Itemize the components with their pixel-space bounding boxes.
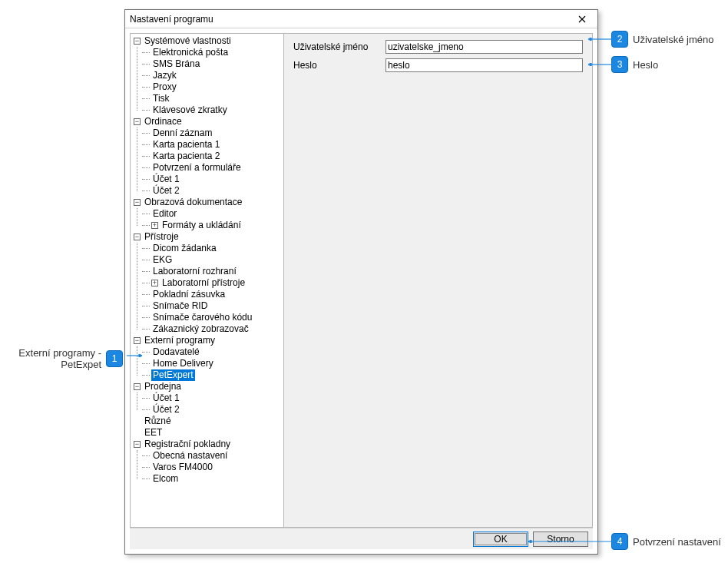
cancel-button[interactable]: Storno (533, 532, 588, 547)
tree-node[interactable]: Elektronická pošta (142, 47, 283, 58)
tree-node[interactable]: Denní záznam (142, 128, 283, 139)
expand-icon[interactable]: + (151, 280, 158, 286)
tree-node[interactable]: Zákaznický zobrazovač (142, 323, 283, 335)
tree-node[interactable]: Klávesové zkratky (142, 104, 283, 116)
svg-marker-5 (588, 63, 591, 66)
tree-node[interactable]: SMS Brána (142, 58, 283, 70)
tree-node-systemove[interactable]: −Systémové vlastnosti Elektronická pošta… (134, 35, 283, 116)
tree-node-ruzne[interactable]: Různé (134, 416, 283, 427)
tree-node-eet[interactable]: EET (134, 427, 283, 439)
tree-node[interactable]: +Formáty a ukládání (142, 220, 283, 231)
username-input[interactable] (386, 40, 583, 54)
collapse-icon[interactable]: − (134, 118, 141, 125)
collapse-icon[interactable]: − (134, 233, 141, 240)
tree-node[interactable]: Dicom žádanka (142, 243, 283, 254)
tree-node[interactable]: Účet 2 (142, 185, 283, 197)
callout-text: Potvrzení nastavení (628, 536, 726, 548)
tree-node[interactable]: Laboratorní rozhraní (142, 266, 283, 277)
dialog-panel: −Systémové vlastnosti Elektronická pošta… (130, 33, 593, 528)
collapse-icon[interactable]: − (134, 38, 141, 45)
tree-node[interactable]: Karta pacienta 2 (142, 151, 283, 162)
svg-marker-1 (139, 354, 142, 357)
svg-marker-3 (588, 38, 591, 41)
dialog-body: −Systémové vlastnosti Elektronická pošta… (125, 28, 597, 554)
tree-node[interactable]: Jazyk (142, 70, 283, 81)
tree-node-registracni[interactable]: −Registrační pokladny Obecná nastavení V… (134, 439, 283, 485)
collapse-icon[interactable]: − (134, 337, 141, 344)
form-row-password: Heslo (293, 58, 583, 72)
callout-bubble: 3 (611, 56, 628, 73)
collapse-icon[interactable]: − (134, 199, 141, 206)
tree-node-obrazova[interactable]: −Obrazová dokumentace Editor +Formáty a … (134, 197, 283, 231)
button-bar: OK Storno (130, 528, 593, 549)
tree-node[interactable]: Dodavatelé (142, 346, 283, 358)
tree-node[interactable]: Potvrzení a formuláře (142, 162, 283, 174)
callout-bubble: 4 (611, 533, 628, 550)
password-label: Heslo (293, 60, 386, 71)
tree-node[interactable]: Pokladní zásuvka (142, 289, 283, 300)
tree-node[interactable]: Účet 2 (142, 404, 283, 416)
tree-node[interactable]: Elcom (142, 473, 283, 485)
close-button[interactable] (571, 12, 593, 26)
tree-node[interactable]: Snímače RID (142, 300, 283, 312)
titlebar: Nastavení programu (125, 10, 597, 28)
tree-node[interactable]: Editor (142, 208, 283, 220)
tree-node-ordinace[interactable]: −Ordinace Denní záznam Karta pacienta 1 … (134, 116, 283, 197)
form-row-username: Uživatelské jméno (293, 40, 583, 54)
password-input[interactable] (386, 58, 583, 72)
tree-node[interactable]: Tisk (142, 93, 283, 104)
expand-icon[interactable]: + (151, 222, 158, 229)
callout-3: 3 Heslo (611, 56, 663, 73)
settings-dialog: Nastavení programu −Systémové vlastnosti… (124, 9, 598, 555)
content-pane: Uživatelské jméno Heslo (284, 34, 592, 527)
collapse-icon[interactable]: − (134, 383, 141, 390)
collapse-icon[interactable]: − (134, 441, 141, 448)
tree-node[interactable]: Proxy (142, 81, 283, 93)
tree-pane[interactable]: −Systémové vlastnosti Elektronická pošta… (131, 34, 284, 527)
callout-bubble: 1 (106, 350, 123, 367)
tree-node[interactable]: Karta pacienta 1 (142, 139, 283, 151)
tree-node-prodejna[interactable]: −Prodejna Účet 1 Účet 2 (134, 381, 283, 416)
username-label: Uživatelské jméno (293, 41, 386, 52)
tree-node[interactable]: Snímače čarového kódu (142, 312, 283, 323)
callout-text: Uživatelské jméno (628, 34, 719, 45)
callout-bubble: 2 (611, 31, 628, 48)
tree-node-pristroje[interactable]: −Přístroje Dicom žádanka EKG Laboratorní… (134, 231, 283, 335)
callout-text: Externí programy - PetExpet (6, 347, 106, 370)
callout-1: 1 Externí programy - PetExpet (6, 347, 133, 370)
callout-2: 2 Uživatelské jméno (611, 31, 719, 48)
tree-node[interactable]: Účet 1 (142, 392, 283, 404)
tree-node[interactable]: Varos FM4000 (142, 462, 283, 473)
tree-node[interactable]: Účet 1 (142, 174, 283, 185)
callout-4: 4 Potvrzení nastavení (611, 533, 726, 550)
tree-node[interactable]: Home Delivery (142, 358, 283, 369)
ok-button[interactable]: OK (473, 532, 528, 547)
tree-node-petexpert[interactable]: PetExpert (142, 369, 283, 381)
close-icon (578, 15, 586, 23)
tree-node-externi[interactable]: −Externí programy Dodavatelé Home Delive… (134, 335, 283, 381)
window-title: Nastavení programu (130, 14, 213, 25)
svg-marker-7 (528, 540, 531, 543)
callout-text: Heslo (628, 59, 663, 71)
tree-node[interactable]: Obecná nastavení (142, 450, 283, 462)
tree-node[interactable]: EKG (142, 254, 283, 266)
tree-node[interactable]: +Laboratorní přístroje (142, 277, 283, 289)
